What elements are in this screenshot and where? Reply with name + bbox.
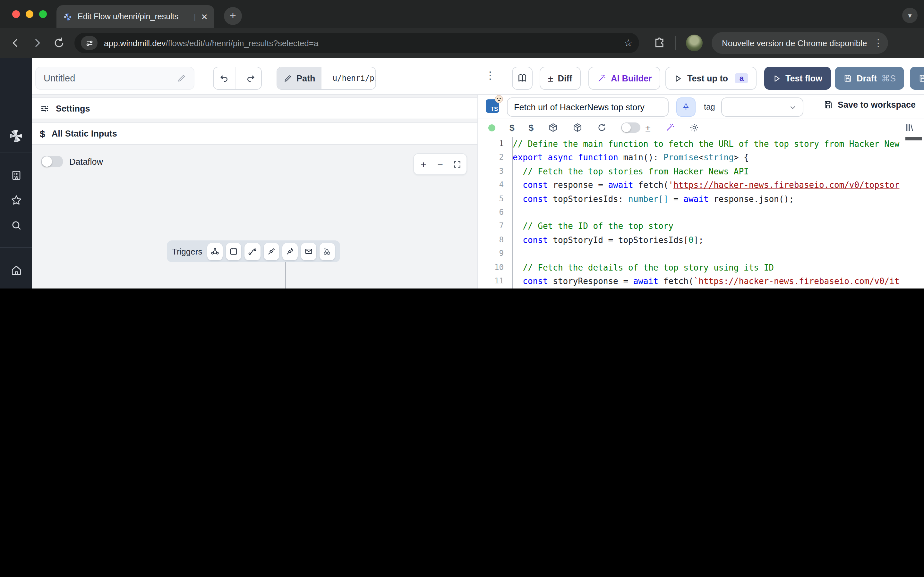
play-outline-icon (674, 74, 682, 82)
new-tab-button[interactable]: + (224, 7, 242, 25)
plusminus-icon: ± (645, 122, 650, 133)
redo-button[interactable] (240, 67, 261, 89)
code-line: 6 (478, 206, 924, 219)
toolbar-more-kebab-icon[interactable]: ⋮ (485, 69, 495, 81)
diff-button[interactable]: ± Diff (540, 67, 580, 90)
traffic-zoom-button[interactable] (39, 10, 47, 18)
url-field[interactable]: app.windmill.dev/flows/edit/u/henri/pin_… (74, 33, 639, 53)
diff-mode-toggle[interactable] (621, 122, 640, 133)
browser-tabstrip: Edit Flow u/henri/pin_results | ✕ + ▾ (0, 0, 924, 28)
fit-view-icon (453, 160, 461, 168)
forward-icon[interactable] (31, 37, 44, 49)
tag-select[interactable] (721, 97, 803, 117)
pin-icon (682, 103, 690, 111)
sidebar-divider (0, 247, 32, 248)
url-path: /flows/edit/u/henri/pin_results?selected… (166, 38, 318, 48)
back-icon[interactable] (9, 37, 22, 49)
chrome-update-label: Nouvelle version de Chrome disponible (722, 38, 867, 48)
static-inputs-icon[interactable]: $ (509, 122, 515, 133)
app-sidebar: $ + (0, 58, 32, 288)
sidebar-item-home[interactable] (0, 264, 32, 276)
book-icon (517, 73, 527, 83)
step-name-input[interactable] (507, 97, 669, 117)
schedule-trigger-button[interactable] (226, 243, 242, 260)
step-pin-button[interactable] (676, 97, 696, 117)
http-route-trigger-button[interactable] (245, 243, 260, 260)
dataflow-toggle-row: Dataflow (41, 156, 103, 167)
flow-name-field[interactable]: Untitled (35, 67, 194, 90)
windmill-logo[interactable] (0, 128, 32, 143)
code-line: 1// Define the main function to fetch th… (478, 137, 924, 151)
tab-search-icon[interactable]: ▾ (902, 8, 918, 23)
fit-view-button[interactable] (450, 157, 464, 171)
profile-avatar[interactable] (686, 35, 703, 51)
test-up-to-button[interactable]: Test up to a (666, 67, 756, 90)
tab-title: Edit Flow u/henri/pin_results (78, 12, 189, 21)
deploy-button[interactable]: Deploy (910, 67, 924, 90)
email-trigger-button[interactable] (301, 243, 317, 260)
sidebar-item-workspace[interactable] (0, 169, 32, 181)
sidebar-item-favorites[interactable] (0, 194, 32, 206)
site-info-icon[interactable] (81, 36, 97, 50)
all-static-inputs-label: All Static Inputs (52, 129, 117, 139)
docs-button[interactable] (512, 67, 533, 90)
triggers-node[interactable]: Triggers (167, 240, 340, 262)
package-icon[interactable] (548, 122, 558, 133)
traffic-minimize-button[interactable] (26, 10, 33, 18)
library-icon[interactable] (904, 122, 914, 133)
traffic-close-button[interactable] (12, 10, 20, 18)
variables-icon[interactable]: $ (529, 122, 534, 133)
editor-scrollbar[interactable] (905, 137, 922, 140)
path-button[interactable]: Path u/henri/pin (276, 67, 376, 90)
browser-tab[interactable]: Edit Flow u/henri/pin_results | ✕ (57, 5, 214, 28)
ai-builder-button[interactable]: AI Builder (588, 67, 660, 90)
test-flow-button[interactable]: Test flow (764, 67, 830, 90)
tag-label: tag (704, 103, 715, 111)
save-icon (824, 100, 833, 110)
test-up-to-step-badge: a (735, 73, 748, 83)
flow-toolbar: Untitled Path u/henri/pin ⋮ (32, 58, 924, 95)
zoom-out-button[interactable]: − (433, 157, 447, 171)
reload-icon[interactable] (53, 37, 65, 49)
all-static-inputs-row[interactable]: $ All Static Inputs (32, 122, 477, 145)
chrome-update-button[interactable]: Nouvelle version de Chrome disponible ⋮ (712, 32, 888, 54)
save-to-workspace-button[interactable]: Save to workspace (824, 100, 916, 110)
step-language-icon: TS (486, 99, 499, 113)
static-inputs-dollar-icon: $ (40, 128, 45, 139)
websocket-trigger-button[interactable] (263, 243, 279, 260)
kafka-trigger-button[interactable] (282, 243, 297, 260)
package-icon[interactable] (572, 122, 582, 133)
lsp-status-dot (488, 124, 495, 131)
test-flow-label: Test flow (785, 73, 822, 83)
extensions-icon[interactable] (653, 37, 666, 49)
chrome-menu-kebab-icon[interactable]: ⋮ (873, 37, 883, 49)
url-host: app.windmill.dev (104, 38, 166, 48)
code-editor[interactable]: 1// Define the main function to fetch th… (478, 136, 924, 288)
path-label-segment[interactable]: Path (277, 67, 322, 89)
windmill-app: $ + (0, 58, 924, 288)
editor-settings-gear-icon[interactable] (689, 122, 699, 133)
tab-close-icon[interactable]: ✕ (201, 12, 208, 21)
bookmark-star-icon[interactable]: ☆ (624, 37, 633, 49)
save-deploy-icon (918, 74, 924, 83)
draft-button[interactable]: Draft ⌘S (835, 67, 904, 90)
draft-shortcut: ⌘S (881, 73, 896, 83)
ai-assistant-wand-icon[interactable] (665, 122, 675, 133)
flow-settings-row[interactable]: Settings (32, 97, 477, 119)
reload-icon[interactable] (596, 122, 607, 133)
sidebar-item-search[interactable] (0, 219, 32, 231)
triggers-label: Triggers (172, 247, 202, 256)
path-value: u/henri/pin (326, 67, 376, 89)
zoom-in-button[interactable]: + (417, 157, 431, 171)
poll-trigger-button[interactable] (320, 243, 335, 260)
code-lines: 1// Define the main function to fetch th… (478, 136, 924, 288)
flow-canvas[interactable]: Dataflow + − Triggers (32, 145, 477, 288)
urlbar-divider (675, 36, 676, 50)
ai-builder-label: AI Builder (611, 73, 652, 83)
undo-button[interactable] (214, 67, 236, 89)
webhook-trigger-button[interactable] (207, 243, 223, 260)
code-line: 12 const topStory = await storyResponse.… (478, 288, 924, 288)
sliders-icon (40, 103, 49, 113)
edit-name-pencil-icon[interactable] (177, 74, 186, 83)
dataflow-toggle[interactable] (41, 156, 63, 167)
